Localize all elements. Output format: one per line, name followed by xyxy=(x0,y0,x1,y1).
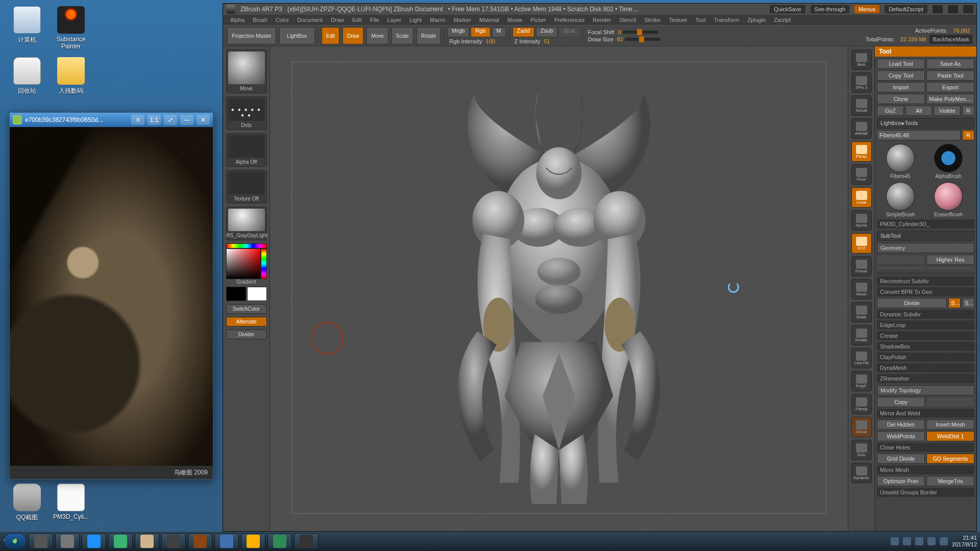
swatch-black[interactable] xyxy=(226,287,246,301)
spix-button[interactable]: SPix 3 xyxy=(851,72,872,93)
lightbox-tools-section[interactable]: Lightbox▸Tools xyxy=(877,118,974,129)
dynamic-button[interactable]: Dynamic xyxy=(851,463,872,483)
backface-mask-toggle[interactable]: BackfaceMask xyxy=(929,35,972,44)
tray-volume-icon[interactable] xyxy=(940,537,948,545)
zbrush-titlebar[interactable]: ZBrush 4R7 P3 (x64)[SIUH-ZPZF-QQQE-LUFI-… xyxy=(223,4,976,15)
brush-picker[interactable]: Move xyxy=(226,49,267,93)
geometry-section[interactable]: Geometry xyxy=(877,243,974,253)
window-min-icon[interactable] xyxy=(933,5,943,13)
draw-size-slider[interactable] xyxy=(625,38,660,41)
solo-button[interactable]: Solo xyxy=(851,440,872,460)
material-picker[interactable]: RS_GrayDayLight xyxy=(226,207,267,240)
freeze-subdiv-button[interactable] xyxy=(877,272,974,275)
paste-mesh-button[interactable] xyxy=(926,397,974,407)
menu-file[interactable]: File xyxy=(367,16,382,24)
viewer-menu-button[interactable]: ≡ xyxy=(131,115,144,125)
merge-tris-button[interactable]: MergeTris xyxy=(926,476,974,486)
actual-size-button[interactable]: Actual xyxy=(851,95,872,116)
desktop-icon-recycle-bin[interactable]: 回收站 xyxy=(7,57,47,95)
clone-button[interactable]: Clone xyxy=(877,94,925,104)
current-fiber-label[interactable]: Fibers45.48 xyxy=(877,130,961,140)
menu-alpha[interactable]: Alpha xyxy=(227,16,248,24)
color-picker[interactable]: Gradient xyxy=(226,243,267,301)
close-holes-button[interactable]: Close Holes xyxy=(877,443,974,452)
zbrush-canvas[interactable] xyxy=(270,46,848,531)
goz-r-button[interactable]: R xyxy=(962,106,974,116)
save-as-button[interactable]: Save As xyxy=(926,59,974,69)
unweld-groups-button[interactable]: Unweld Groups Border xyxy=(877,488,974,497)
tool-eraserbrush[interactable]: EraserBrush xyxy=(926,182,971,217)
subtool-section[interactable]: SubTool xyxy=(877,231,974,241)
persp-button[interactable]: Persp xyxy=(851,141,872,162)
cage-toggle[interactable] xyxy=(926,266,974,270)
edgeloop-section[interactable]: EdgeLoop xyxy=(877,320,974,330)
desktop-icon-folder[interactable]: 入残数码 xyxy=(51,57,91,95)
taskbar-app-2[interactable] xyxy=(55,533,80,549)
render-best-button[interactable]: Best xyxy=(851,49,872,70)
divider-button[interactable]: Divider xyxy=(226,330,267,339)
tool-panel-header[interactable]: Tool xyxy=(875,46,976,57)
convert-bpr-button[interactable]: Convert BPR To Geo xyxy=(877,287,974,296)
tool-simplebrush[interactable]: SimpleBrush xyxy=(878,182,923,217)
zsub-button[interactable]: Zsub xyxy=(536,27,557,37)
menu-draw[interactable]: Draw xyxy=(328,16,347,24)
taskbar-app-1[interactable] xyxy=(29,533,53,549)
menu-marker[interactable]: Marker xyxy=(451,16,474,24)
tool-alphabrush[interactable]: AlphaBrush xyxy=(926,144,971,179)
weld-points-button[interactable]: WeldPoints xyxy=(877,431,925,441)
copy-mesh-button[interactable]: Copy xyxy=(877,397,925,407)
taskbar-app-11[interactable] xyxy=(294,533,318,549)
switch-color-button[interactable]: SwitchColor xyxy=(226,304,267,314)
current-tool-name[interactable]: PM3D_Cylinder3D_ xyxy=(877,219,974,229)
menu-brush[interactable]: Brush xyxy=(250,16,271,24)
ghost-button[interactable]: Ghost xyxy=(851,417,872,437)
frame-button[interactable]: Frame xyxy=(851,256,872,277)
taskbar-app-9[interactable] xyxy=(241,533,265,549)
draw-size-value[interactable]: 82 xyxy=(617,36,623,42)
gd-segments-field[interactable]: GD Segments xyxy=(926,454,974,464)
tool-fibers45[interactable]: Fibers45 xyxy=(878,144,923,179)
viewer-minimize-button[interactable]: — xyxy=(180,115,193,125)
fiber-r-button[interactable]: R xyxy=(962,130,974,140)
tray-icon[interactable] xyxy=(915,537,923,545)
copy-tool-button[interactable]: Copy Tool xyxy=(877,70,925,81)
lower-res-button[interactable] xyxy=(877,255,925,265)
mirror-weld-button[interactable]: Mirror And Weld xyxy=(877,409,974,418)
nav-move-button[interactable]: Move xyxy=(851,279,872,299)
taskbar-app-6[interactable] xyxy=(161,533,186,549)
floor-button[interactable]: Floor xyxy=(851,164,872,185)
taskbar-app-5[interactable] xyxy=(135,533,159,549)
zcut-button[interactable]: Zcut xyxy=(559,27,579,37)
polyf-button[interactable]: PolyF xyxy=(851,371,872,391)
menu-render[interactable]: Render xyxy=(590,16,614,24)
nav-rotate-button[interactable]: Rotate xyxy=(851,325,872,345)
z-intensity-value[interactable]: 51 xyxy=(544,38,550,44)
alpha-picker[interactable]: Alpha Off xyxy=(226,133,267,167)
suv-toggle[interactable]: Suv xyxy=(962,298,974,308)
sdiv-slider[interactable] xyxy=(877,266,925,270)
edit-mode-button[interactable]: Edit xyxy=(322,27,339,44)
rgb-button[interactable]: Rgb xyxy=(471,27,490,37)
nav-scale-button[interactable]: Scale xyxy=(851,302,872,322)
rotate-mode-button[interactable]: Rotate xyxy=(416,27,440,44)
scale-mode-button[interactable]: Scale xyxy=(391,27,413,44)
taskbar-app-8[interactable] xyxy=(214,533,239,549)
divide-button[interactable]: Divide xyxy=(877,298,947,308)
projection-master-button[interactable]: Projection Master xyxy=(227,27,276,44)
goz-all-button[interactable]: All xyxy=(905,106,933,116)
menu-movie[interactable]: Movie xyxy=(504,16,525,24)
menu-picker[interactable]: Picker xyxy=(527,16,549,24)
shadowbox-section[interactable]: ShadowBox xyxy=(877,342,974,351)
export-button[interactable]: Export xyxy=(926,82,974,92)
zadd-button[interactable]: Zadd xyxy=(512,27,534,37)
zremesher-section[interactable]: ZRemesher xyxy=(877,374,974,383)
stroke-picker[interactable]: Dots xyxy=(226,96,267,130)
rgb-intensity-value[interactable]: 100 xyxy=(486,38,495,44)
taskbar-app-10[interactable] xyxy=(267,533,292,549)
dynamesh-section[interactable]: DynaMesh xyxy=(877,363,974,372)
menu-texture[interactable]: Texture xyxy=(666,16,690,24)
local-button[interactable]: Local xyxy=(851,187,872,208)
see-through-button[interactable]: See-through xyxy=(811,5,850,13)
swatch-white[interactable] xyxy=(247,287,267,301)
menu-transform[interactable]: Transform xyxy=(710,16,742,24)
